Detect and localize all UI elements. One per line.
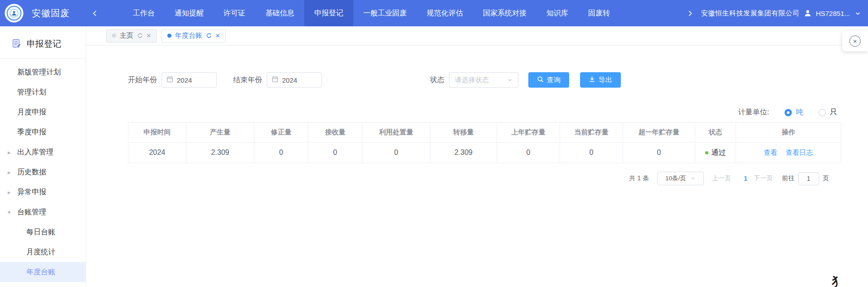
sidebar-item-label: 出入库管理	[17, 148, 54, 157]
download-icon	[589, 76, 595, 84]
clipped-floating-text: 犭	[832, 276, 844, 287]
sidebar-divider	[0, 58, 86, 59]
sidebar-item-monthly-declaration[interactable]: 月度申报	[0, 102, 86, 122]
cell-produced: 2.309	[186, 143, 254, 163]
col-prev-year-storage: 上年贮存量	[497, 123, 560, 143]
sidebar-item-abnormal-declaration[interactable]: ▸ 异常申报	[0, 182, 86, 202]
nav-item-notifications[interactable]: 通知提醒	[165, 0, 214, 26]
nav-item-declaration[interactable]: 申报登记	[304, 0, 353, 26]
start-year-input[interactable]	[161, 72, 217, 88]
tab-dot	[167, 34, 171, 38]
annual-ledger-page: 开始年份 结束年份 状态 请选择状态	[86, 45, 868, 287]
brand-title: 安徽固废	[32, 7, 70, 20]
view-log-link[interactable]: 查看日志	[786, 148, 813, 156]
sidebar-item-history-data[interactable]: ▸ 历史数据	[0, 162, 86, 182]
tab-label: 主页	[120, 31, 133, 40]
goto-prefix: 前往	[782, 174, 795, 183]
unit-radio-piece[interactable]: 只	[819, 108, 837, 117]
sidebar-item-label: 台账管理	[17, 208, 46, 217]
nav-scroll-left-icon[interactable]	[88, 0, 102, 26]
cell-prev-year-storage: 0	[497, 143, 560, 163]
nav-item-basic-info[interactable]: 基础信息	[255, 0, 304, 26]
nav-item-national-system[interactable]: 国家系统对接	[473, 0, 536, 26]
start-year-field[interactable]	[177, 76, 212, 84]
status-select[interactable]: 请选择状态	[449, 72, 518, 88]
col-corrected: 修正量	[254, 123, 308, 143]
col-transferred: 转移量	[430, 123, 497, 143]
navbar-right: 安徽恒生科技发展集团有限公司 HS72851...	[683, 0, 868, 26]
start-year-label: 开始年份	[128, 75, 157, 85]
unit-label: 计量单位:	[738, 108, 769, 117]
unit-radio-ton[interactable]: 吨	[785, 108, 803, 117]
total-count: 共 1 条	[629, 174, 649, 183]
nav-scroll-right-icon[interactable]	[683, 10, 697, 17]
view-link[interactable]: 查看	[764, 148, 777, 156]
sidebar-item-monthly-stats[interactable]: 月度统计	[0, 242, 86, 262]
sidebar-item-daily-ledger[interactable]: 每日台账	[0, 222, 86, 242]
current-page[interactable]: 1	[744, 175, 747, 182]
col-utilized-disposed: 利用处置量	[362, 123, 430, 143]
close-icon[interactable]: ×	[215, 32, 220, 40]
cell-over-one-year-storage: 0	[623, 143, 695, 163]
end-year-field[interactable]	[282, 76, 317, 84]
tab-home[interactable]: 主页 ×	[106, 29, 157, 43]
refresh-icon[interactable]	[137, 33, 143, 39]
radio-dot-icon	[785, 109, 792, 116]
nav-item-waste-transfer[interactable]: 固废转	[578, 0, 610, 26]
user-menu-chevron-down-icon[interactable]	[855, 10, 861, 16]
cell-transferred: 2.309	[430, 143, 497, 163]
unit-row: 计量单位: 吨 只	[128, 108, 841, 117]
sidebar-item-quarterly-declaration[interactable]: 季度申报	[0, 122, 86, 142]
close-all-tabs-button[interactable]: ×	[842, 30, 868, 51]
col-status: 状态	[695, 123, 736, 143]
col-received: 接收量	[308, 123, 362, 143]
page-size-value: 10条/页	[665, 174, 686, 183]
company-name[interactable]: 安徽恒生科技发展集团有限公司	[701, 9, 800, 18]
prev-page-button[interactable]: 上一页	[712, 174, 731, 183]
sidebar-item-annual-ledger[interactable]: 年度台账	[0, 262, 86, 282]
col-actions: 操作	[736, 123, 841, 143]
calendar-icon	[166, 76, 173, 84]
nav-item-standardization-assessment[interactable]: 规范化评估	[417, 0, 473, 26]
col-current-storage: 当前贮存量	[560, 123, 623, 143]
caret-right-icon: ▸	[8, 149, 11, 155]
status-badge: 通过	[712, 148, 726, 158]
tab-annual-ledger[interactable]: 年度台账 ×	[161, 29, 226, 43]
sidebar-header: 申报登记	[0, 33, 86, 55]
close-icon[interactable]: ×	[146, 32, 151, 40]
nav-item-license[interactable]: 许可证	[214, 0, 255, 26]
nav-item-workbench[interactable]: 工作台	[123, 0, 165, 26]
sidebar-title: 申报登记	[27, 38, 61, 50]
search-button[interactable]: 查询	[528, 72, 569, 88]
status-pass-dot	[705, 151, 708, 154]
caret-right-icon: ▸	[8, 189, 11, 195]
end-year-input[interactable]	[267, 72, 322, 88]
declaration-doc-icon	[12, 39, 21, 50]
radio-dot-icon	[819, 109, 826, 116]
page-size-select[interactable]: 10条/页	[657, 172, 704, 185]
col-produced: 产生量	[186, 123, 254, 143]
main-nav: 工作台 通知提醒 许可证 基础信息 申报登记 一般工业固废 规范化评估 国家系统…	[123, 0, 610, 26]
export-button[interactable]: 导出	[580, 72, 621, 88]
top-navbar: 安徽固废 工作台 通知提醒 许可证 基础信息 申报登记 一般工业固废 规范化评估…	[0, 0, 868, 26]
goto-suffix: 页	[823, 174, 829, 183]
sidebar-item-new-management-plan[interactable]: 新版管理计划	[0, 62, 86, 82]
unit-option-label: 吨	[796, 108, 803, 117]
goto-page-input[interactable]	[798, 172, 819, 185]
cell-corrected: 0	[254, 143, 308, 163]
refresh-icon[interactable]	[206, 33, 212, 39]
sidebar-item-inout-storage[interactable]: ▸ 出入库管理	[0, 142, 86, 162]
nav-item-knowledge-base[interactable]: 知识库	[536, 0, 578, 26]
user-id[interactable]: HS72851...	[816, 10, 850, 17]
export-button-label: 导出	[599, 76, 612, 84]
nav-item-general-industrial-waste[interactable]: 一般工业固废	[353, 0, 417, 26]
search-icon	[537, 76, 544, 84]
table-row: 2024 2.309 0 0 0 2.309 0 0 0 通过	[128, 143, 841, 163]
status-label: 状态	[430, 75, 444, 85]
cell-utilized-disposed: 0	[362, 143, 430, 163]
end-year-label: 结束年份	[233, 75, 262, 85]
sidebar: 申报登记 新版管理计划 管理计划 月度申报 季度申报 ▸ 出入库管理 ▸ 历史数…	[0, 26, 86, 287]
next-page-button[interactable]: 下一页	[754, 174, 773, 183]
sidebar-item-ledger-management[interactable]: ▾ 台账管理	[0, 202, 86, 222]
sidebar-item-management-plan[interactable]: 管理计划	[0, 82, 86, 102]
